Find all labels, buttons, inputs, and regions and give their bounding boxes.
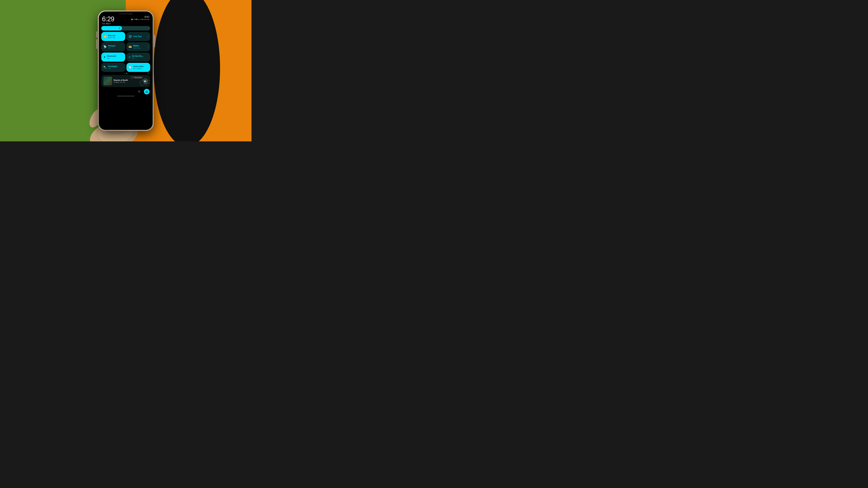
hotspot-label: Hotspot	[108, 45, 116, 47]
media-device-badge: 📱 This phone	[130, 76, 143, 79]
nav-bar-pill	[117, 96, 134, 96]
dnd-label: Do Not Dis...	[132, 55, 144, 57]
tile-wallet[interactable]: 💳 Wallet Tap to op... ›	[126, 42, 150, 51]
auto-rotate-sub: On - Face-l...	[133, 68, 144, 69]
settings-icon: ⚙	[138, 90, 140, 93]
power-icon: ⏻	[146, 90, 148, 93]
signal-bars: ▲	[138, 19, 140, 20]
bluetooth-label: Bluetooth	[107, 55, 116, 57]
edit-pencil-icon[interactable]: ✏	[148, 72, 150, 75]
media-play-button[interactable]: ▶	[143, 78, 148, 84]
power-button-quick[interactable]: ⏻	[144, 89, 150, 94]
tile-hotspot[interactable]: 📡 Hotspot Off	[101, 42, 125, 51]
camera-dot	[130, 13, 131, 14]
phone-frame: 6:29 Tue, May 9 AT&T 🔔 👁 5G ▲ Until 9:45…	[98, 10, 154, 131]
android-quick-settings: 6:29 Tue, May 9 AT&T 🔔 👁 5G ▲ Until 9:45…	[99, 11, 153, 130]
dnd-text: Do Not Dis... Off	[132, 55, 144, 59]
auto-rotate-label: Auto-rotate	[133, 65, 144, 68]
time-block: 6:29 Tue, May 9	[102, 16, 114, 25]
pagination-dot-1	[124, 73, 125, 74]
tile-flashlight[interactable]: 🔦 Flashlight Off	[101, 63, 125, 72]
pagination-row: ✏	[99, 73, 153, 74]
brightness-icon: ☀	[118, 27, 121, 30]
hotspot-icon: 📡	[103, 45, 107, 48]
settings-button[interactable]: ⚙	[136, 89, 142, 94]
wallet-sub: Tap to op...	[133, 47, 142, 49]
flashlight-sub: Off	[108, 68, 117, 69]
media-art-decoration: 🎵	[107, 80, 109, 82]
live-translate-icon: 🌐	[128, 35, 132, 38]
signal-5g: 5G	[135, 19, 137, 20]
notch-area	[99, 11, 153, 15]
quick-tiles-grid: 📶 Internet AT&T, 5G › 🌐 Live Tran	[99, 31, 153, 73]
live-translate-label: Live Tran	[133, 35, 142, 37]
tile-live-translate[interactable]: 🌐 Live Tran ›	[126, 32, 150, 41]
internet-icon: 📶	[103, 35, 107, 38]
hotspot-text: Hotspot Off	[108, 45, 116, 49]
brightness-fill: ☀	[101, 26, 122, 31]
time-display: 6:29	[102, 16, 114, 22]
internet-sub: AT&T, 5G	[108, 37, 115, 39]
phone-wrapper: 6:29 Tue, May 9 AT&T 🔔 👁 5G ▲ Until 9:45…	[98, 10, 154, 131]
play-icon: ▶	[145, 79, 146, 83]
flashlight-text: Flashlight Off	[108, 65, 117, 69]
nav-indicator	[99, 95, 153, 98]
status-icons: 🔔 👁 5G ▲ Until 9:45 AM	[131, 19, 150, 20]
brightness-row[interactable]: ☀	[99, 25, 153, 31]
media-device-label: This phone	[134, 77, 142, 78]
bluetooth-text: Bluetooth On	[107, 55, 116, 59]
bottom-bar: ⚙ ⏻	[99, 88, 153, 95]
wallet-chevron: ›	[148, 45, 149, 48]
scene: 6:29 Tue, May 9 AT&T 🔔 👁 5G ▲ Until 9:45…	[0, 0, 251, 141]
bluetooth-icon: ✦	[103, 56, 106, 59]
status-bar: 6:29 Tue, May 9 AT&T 🔔 👁 5G ▲ Until 9:45…	[99, 15, 153, 25]
phone-screen: 6:29 Tue, May 9 AT&T 🔔 👁 5G ▲ Until 9:45…	[99, 11, 153, 130]
live-translate-chevron: ›	[148, 35, 149, 38]
wallet-label: Wallet	[133, 45, 142, 47]
carrier-text: AT&T	[144, 16, 150, 18]
brightness-track[interactable]: ☀	[101, 26, 150, 31]
pagination-dot-2	[126, 73, 127, 74]
auto-rotate-icon: 🔄	[128, 66, 132, 69]
hotspot-sub: Off	[108, 47, 116, 49]
bg-arc	[154, 0, 220, 141]
dnd-sub: Off	[132, 57, 144, 59]
wallet-text: Wallet Tap to op...	[133, 45, 142, 49]
media-subtitle: Chapter 15: Ha...	[114, 81, 141, 83]
auto-rotate-text: Auto-rotate On - Face-l...	[133, 65, 144, 69]
wallet-icon: 💳	[128, 45, 132, 48]
date-display: Tue, May 9	[102, 23, 114, 25]
status-right: AT&T 🔔 👁 5G ▲ Until 9:45 AM	[131, 16, 150, 20]
flashlight-label: Flashlight	[108, 65, 117, 68]
dnd-icon: ⊖	[128, 56, 131, 59]
live-translate-text: Live Tran	[133, 35, 142, 37]
alarm-icon: 🔔	[131, 19, 133, 20]
media-artwork: 🎵	[103, 77, 112, 85]
media-device-icon: 📱	[132, 77, 134, 78]
internet-label: Internet	[108, 34, 115, 37]
schedule-text: Until 9:45 AM	[140, 19, 150, 20]
tile-bluetooth[interactable]: ✦ Bluetooth On	[101, 53, 125, 62]
power-button	[154, 35, 155, 47]
media-info: Shards of Earth Chapter 15: Ha...	[114, 79, 141, 83]
media-player[interactable]: 🎵 Shards of Earth Chapter 15: Ha... 📱 Th…	[101, 75, 150, 87]
tile-internet[interactable]: 📶 Internet AT&T, 5G ›	[101, 32, 125, 41]
volume-down-button	[96, 39, 97, 49]
internet-text: Internet AT&T, 5G	[108, 34, 115, 39]
flashlight-icon: 🔦	[103, 66, 107, 69]
tile-auto-rotate[interactable]: 🔄 Auto-rotate On - Face-l...	[126, 63, 150, 72]
media-title: Shards of Earth	[114, 79, 141, 81]
internet-chevron: ›	[123, 35, 123, 38]
bluetooth-sub: On	[107, 57, 116, 59]
notch-pill	[119, 13, 133, 15]
eye-icon: 👁	[133, 19, 135, 20]
tile-dnd[interactable]: ⊖ Do Not Dis... Off	[126, 53, 150, 62]
volume-up-button	[96, 31, 97, 37]
